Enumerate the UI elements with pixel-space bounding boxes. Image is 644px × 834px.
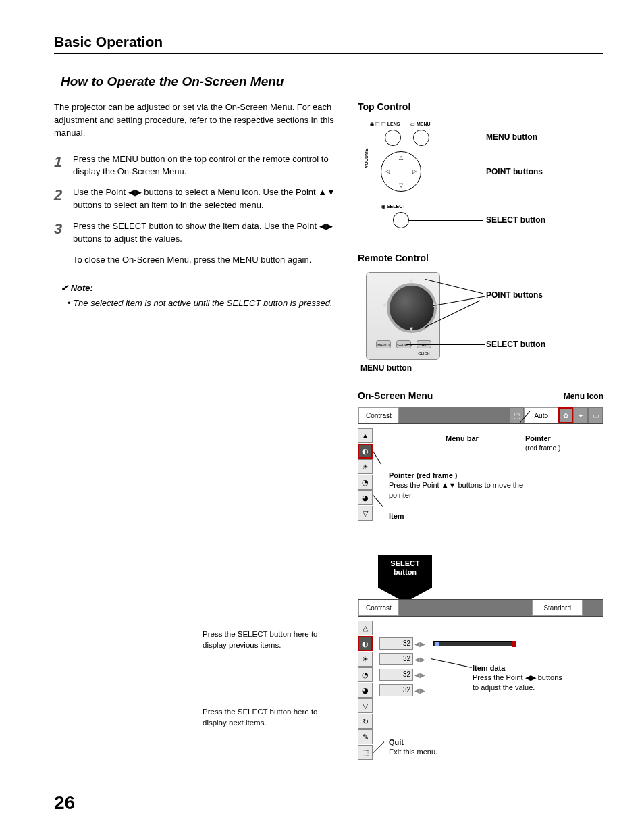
menu-bar-label: Menu bar: [446, 434, 479, 443]
item-contrast-icon: ◐: [358, 444, 373, 459]
adj-color-icon: ◔: [358, 667, 373, 682]
on-screen-menu-section: On-Screen Menu Menu icon Contrast ⬚ Auto…: [358, 390, 603, 760]
step-text: Use the Point ◀▶ buttons to select a Men…: [73, 186, 338, 212]
remote-body-icon: ▲ ▼ ◀ ▶ MENU SELECT R-CLICK: [366, 272, 440, 360]
select-button-icon: [393, 212, 409, 228]
menu-icon-3: ▭: [588, 407, 603, 423]
adj-reset-icon: ↻: [358, 714, 373, 729]
remote-control-heading: Remote Control: [358, 253, 603, 263]
left-right-icon: ◀▶: [413, 640, 427, 648]
menu-bar: Contrast ⬚ Auto ✿ ✦ ▭: [358, 407, 603, 424]
adj-store-icon: ✎: [358, 729, 373, 744]
item-column: ▲ ◐ ☀ ◔ ◕ ▽: [358, 428, 373, 521]
menu-icon-2: ✦: [573, 407, 588, 423]
adj-scroll-down-icon: ▽: [358, 698, 373, 713]
adj-scroll-up-icon: △: [358, 621, 373, 635]
left-right-icon: ◀▶: [413, 671, 427, 679]
adjust-value: 32: [379, 653, 413, 665]
adjust-value: 32: [379, 669, 413, 681]
adjust-value: 32: [379, 637, 413, 650]
section-title: Basic Operation: [54, 34, 603, 54]
adj-contrast-icon: ◐: [358, 636, 373, 651]
step-number: 3: [54, 220, 73, 246]
item-data-heading: Item data: [473, 664, 505, 672]
step-text: Press the MENU button on the top control…: [73, 153, 338, 179]
page-subtitle: How to Operate the On-Screen Menu: [61, 74, 603, 89]
pointer-red-text: Press the Point ▲▼ buttons to move the p…: [389, 481, 523, 498]
lens-label: ◉ ⬚ ⬚ LENS: [370, 122, 400, 127]
remote-control-diagram: ▲ ▼ ◀ ▶ MENU SELECT R-CLICK POINT button…: [358, 269, 603, 380]
osm-heading: On-Screen Menu: [358, 390, 433, 401]
pointer-red-heading: Pointer (red frame ): [389, 471, 457, 479]
step: 3 Press the SELECT button to show the it…: [54, 220, 338, 246]
callout-menu-button: MENU button: [486, 132, 537, 142]
next-items-note: Press the SELECT button here to display …: [203, 707, 334, 728]
callout-remote-menu: MENU button: [360, 363, 412, 373]
note-heading: Note:: [61, 283, 338, 293]
scroll-up-icon: ▲: [358, 428, 373, 443]
volume-label: VOLUME: [364, 149, 369, 169]
adj-tint-icon: ◕: [358, 683, 373, 698]
menu-bar-contrast: Contrast: [358, 407, 399, 423]
top-control-heading: Top Control: [358, 101, 603, 112]
menu-button-icon: [413, 130, 429, 146]
menu-icon-callout: Menu icon: [564, 392, 603, 401]
intro-paragraph: The projector can be adjusted or set via…: [54, 101, 338, 140]
callout-remote-select: SELECT button: [486, 340, 545, 349]
item-brightness-icon: ☀: [358, 459, 373, 474]
diagram-column: Top Control ◉ ⬚ ⬚ LENS ▭ MENU △ ▽ ◁ ▷ VO…: [358, 101, 603, 760]
prev-items-note: Press the SELECT button here to display …: [203, 629, 334, 650]
scroll-down-icon: ▽: [358, 506, 373, 521]
menu-bar-auto: Auto: [524, 407, 558, 423]
pointer-sub: (red frame ): [525, 444, 560, 452]
adjust-bar-contrast: Contrast: [358, 600, 399, 616]
step: 1 Press the MENU button on the top contr…: [54, 153, 338, 179]
callout-select-button: SELECT button: [486, 215, 545, 225]
top-control-diagram: ◉ ⬚ ⬚ LENS ▭ MENU △ ▽ ◁ ▷ VOLUME ◉ SELEC…: [358, 118, 603, 239]
adjust-menu: Contrast Standard △ ◐ ☀ ◔ ◕: [358, 599, 603, 760]
slider-icon: [433, 641, 514, 646]
item-tint-icon: ◕: [358, 490, 373, 505]
pointer-label: Pointer: [525, 434, 551, 442]
step: 2 Use the Point ◀▶ buttons to select a M…: [54, 186, 338, 212]
menu-label: ▭ MENU: [410, 122, 431, 127]
menu-icon-selected: ✿: [558, 407, 573, 423]
left-right-icon: ◀▶: [413, 656, 427, 663]
close-note: To close the On-Screen Menu, press the M…: [73, 254, 338, 267]
left-right-icon: ◀▶: [413, 687, 427, 694]
step-text: Press the SELECT button to show the item…: [73, 220, 338, 246]
select-label: ◉ SELECT: [381, 204, 406, 209]
quit-heading: Quit: [389, 738, 404, 746]
adj-quit-icon: ⬚: [358, 745, 373, 760]
select-arrow: SELECTbutton: [378, 555, 432, 588]
dpad-icon: △ ▽ ◁ ▷: [381, 151, 421, 192]
adjust-bar-standard: Standard: [532, 600, 583, 616]
adjust-value: 32: [379, 684, 413, 696]
quit-text: Exit this menu.: [389, 748, 437, 756]
callout-point-buttons: POINT buttons: [486, 167, 543, 176]
page-number: 26: [54, 792, 75, 814]
item-color-icon: ◔: [358, 475, 373, 490]
note-text: The selected item is not active until th…: [68, 297, 338, 309]
callout-remote-point: POINT buttons: [486, 290, 543, 300]
step-number: 1: [54, 153, 73, 179]
step-number: 2: [54, 186, 73, 212]
item-data-text: Press the Point ◀▶ buttons to adjust the…: [473, 673, 562, 691]
instructions-column: The projector can be adjusted or set via…: [54, 101, 338, 760]
remote-menu-button: MENU: [376, 340, 391, 348]
lens-button-icon: [385, 130, 401, 146]
adj-brightness-icon: ☀: [358, 652, 373, 667]
item-label: Item: [389, 511, 404, 521]
